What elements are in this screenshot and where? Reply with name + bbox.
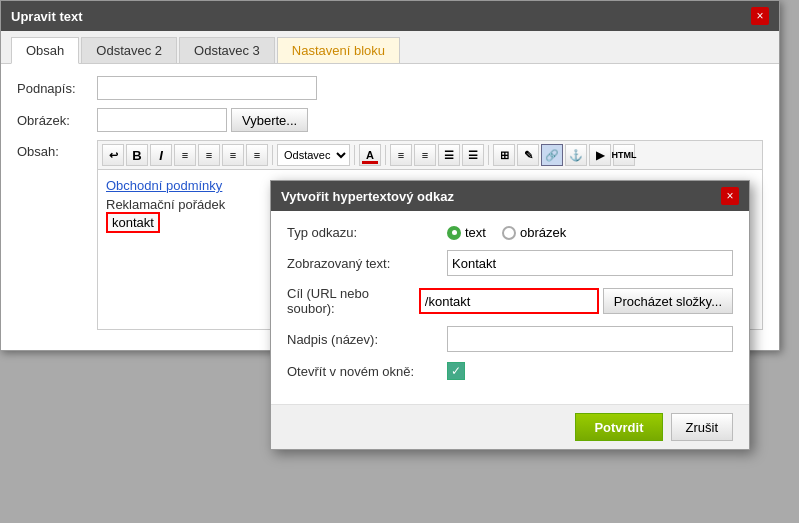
toolbar-sep3 <box>385 145 386 165</box>
tabs-bar: Obsah Odstavec 2 Odstavec 3 Nastavení bl… <box>1 31 779 64</box>
hyper-modal-footer: Potvrdit Zrušit <box>271 404 749 449</box>
radio-text-circle <box>447 226 461 240</box>
potvrdit-button[interactable]: Potvrdit <box>575 413 662 441</box>
main-modal-close-button[interactable]: × <box>751 7 769 25</box>
tab-odstavec2[interactable]: Odstavec 2 <box>81 37 177 63</box>
prochazer-slozky-button[interactable]: Procházet složky... <box>603 288 733 314</box>
toolbar-table-button[interactable]: ⊞ <box>493 144 515 166</box>
toolbar-ol-button[interactable]: ≡ <box>414 144 436 166</box>
toolbar-ul-button[interactable]: ≡ <box>390 144 412 166</box>
radio-obrazek-circle <box>502 226 516 240</box>
obsah-label: Obsah: <box>17 140 97 159</box>
cil-row: Cíl (URL nebo soubor): Procházet složky.… <box>287 286 733 316</box>
file-row: Vyberte... <box>97 108 308 132</box>
toolbar-edit-button[interactable]: ✎ <box>517 144 539 166</box>
main-modal-title: Upravit text <box>11 9 83 24</box>
nadpis-row: Nadpis (název): <box>287 326 733 352</box>
otevrit-row: Otevřít v novém okně: ✓ <box>287 362 733 380</box>
vyberte-button[interactable]: Vyberte... <box>231 108 308 132</box>
toolbar-indent-button[interactable]: ☰ <box>438 144 460 166</box>
zobrazovany-text-label: Zobrazovaný text: <box>287 256 447 271</box>
nadpis-label: Nadpis (název): <box>287 332 447 347</box>
type-radio-group: text obrázek <box>447 225 566 240</box>
toolbar-justify-button[interactable]: ≡ <box>246 144 268 166</box>
toolbar-align-right-button[interactable]: ≡ <box>222 144 244 166</box>
typ-odkazu-label: Typ odkazu: <box>287 225 447 240</box>
toolbar-sep2 <box>354 145 355 165</box>
hyper-modal: Vytvořit hypertextový odkaz × Typ odkazu… <box>270 180 750 450</box>
main-modal-header: Upravit text × <box>1 1 779 31</box>
podnapís-input[interactable] <box>97 76 317 100</box>
radio-text[interactable]: text <box>447 225 486 240</box>
radio-text-label: text <box>465 225 486 240</box>
toolbar-outdent-button[interactable]: ☰ <box>462 144 484 166</box>
zobrazovany-text-row: Zobrazovaný text: <box>287 250 733 276</box>
typ-odkazu-row: Typ odkazu: text obrázek <box>287 225 733 240</box>
tab-odstavec3[interactable]: Odstavec 3 <box>179 37 275 63</box>
otevrit-label: Otevřít v novém okně: <box>287 364 447 379</box>
hyper-modal-close-button[interactable]: × <box>721 187 739 205</box>
toolbar-align-center-button[interactable]: ≡ <box>198 144 220 166</box>
zobrazovany-text-input[interactable] <box>447 250 733 276</box>
toolbar-sep1 <box>272 145 273 165</box>
toolbar-align-left-button[interactable]: ≡ <box>174 144 196 166</box>
hyper-modal-body: Typ odkazu: text obrázek Zobrazovaný tex… <box>271 211 749 404</box>
toolbar-anchor-button[interactable]: ⚓ <box>565 144 587 166</box>
editor-text-reklamacni: Reklamační pořádek <box>106 197 225 212</box>
zrusit-button[interactable]: Zrušit <box>671 413 734 441</box>
file-input[interactable] <box>97 108 227 132</box>
editor-toolbar: ↩ B I ≡ ≡ ≡ ≡ Odstavec A ≡ ≡ ☰ <box>97 140 763 170</box>
nadpis-input[interactable] <box>447 326 733 352</box>
radio-obrazek-label: obrázek <box>520 225 566 240</box>
podnapís-label: Podnapís: <box>17 81 97 96</box>
toolbar-undo-button[interactable]: ↩ <box>102 144 124 166</box>
toolbar-color-button[interactable]: A <box>359 144 381 166</box>
toolbar-sep4 <box>488 145 489 165</box>
toolbar-paragraph-select[interactable]: Odstavec <box>277 144 350 166</box>
tab-nastaveni-bloku[interactable]: Nastavení bloku <box>277 37 400 63</box>
cil-input[interactable] <box>419 288 599 314</box>
toolbar-italic-button[interactable]: I <box>150 144 172 166</box>
toolbar-media-button[interactable]: ▶ <box>589 144 611 166</box>
tab-obsah[interactable]: Obsah <box>11 37 79 64</box>
hyper-modal-header: Vytvořit hypertextový odkaz × <box>271 181 749 211</box>
radio-obrazek[interactable]: obrázek <box>502 225 566 240</box>
toolbar-html-button[interactable]: HTML <box>613 144 635 166</box>
obrazek-label: Obrázek: <box>17 113 97 128</box>
cil-label: Cíl (URL nebo soubor): <box>287 286 419 316</box>
otevrit-checkbox[interactable]: ✓ <box>447 362 465 380</box>
editor-selected-kontakt[interactable]: kontakt <box>106 212 160 233</box>
podnapís-row: Podnapís: <box>17 76 763 100</box>
obraz-row: Obrázek: Vyberte... <box>17 108 763 132</box>
hyper-modal-title: Vytvořit hypertextový odkaz <box>281 189 454 204</box>
toolbar-link-button[interactable]: 🔗 <box>541 144 563 166</box>
toolbar-bold-button[interactable]: B <box>126 144 148 166</box>
